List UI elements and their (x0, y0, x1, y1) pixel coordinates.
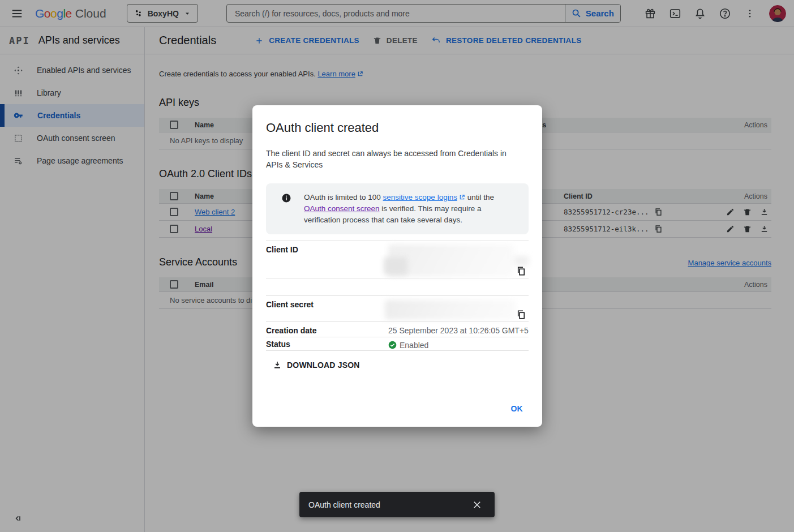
toast-close-button[interactable] (472, 498, 486, 512)
sensitive-scope-logins-link[interactable]: sensitive scope logins (383, 193, 457, 201)
download-json-button[interactable]: DOWNLOAD JSON (268, 356, 364, 374)
dialog-title: OAuth client created (266, 120, 529, 136)
external-link-icon (459, 194, 465, 200)
notice-mid: until the (465, 193, 494, 201)
info-icon (281, 193, 291, 203)
oauth-client-created-dialog: OAuth client created The client ID and s… (252, 105, 542, 427)
download-icon (273, 361, 282, 370)
oauth-limit-notice: OAuth is limited to 100 sensitive scope … (266, 183, 529, 234)
copy-icon (516, 266, 527, 276)
client-secret-row: Client secret (266, 296, 529, 322)
copy-icon (516, 310, 527, 320)
notice-pre: OAuth is limited to 100 (304, 193, 383, 201)
status-value: Enabled (388, 337, 529, 350)
redacted-client-secret (385, 300, 516, 320)
status-label: Status (266, 337, 388, 350)
creation-date-value: 25 September 2023 at 10:26:05 GMT+5 (388, 322, 529, 337)
client-id-label: Client ID (266, 241, 388, 278)
client-secret-label: Client secret (266, 296, 388, 321)
creation-date-label: Creation date (266, 322, 388, 337)
client-id-row: Client ID (266, 241, 529, 278)
status-text: Enabled (400, 341, 428, 350)
oauth-consent-screen-link[interactable]: OAuth consent screen (304, 204, 380, 213)
spacer-row (266, 278, 529, 296)
check-circle-icon (388, 341, 397, 349)
toast-snackbar: OAuth client created (299, 492, 495, 517)
copy-client-secret-button[interactable] (516, 309, 527, 320)
copy-client-id-button[interactable] (516, 265, 527, 277)
creation-date-row: Creation date 25 September 2023 at 10:26… (266, 322, 529, 337)
google-cloud-console: Google Cloud BoxyHQ Search (0, 0, 794, 532)
dialog-fields: Client ID Client secret Creation date 25… (266, 241, 529, 351)
redacted-client-id (384, 257, 407, 275)
status-row: Status Enabled (266, 337, 529, 351)
redacted-client-id (514, 256, 529, 266)
download-json-label: DOWNLOAD JSON (287, 361, 360, 370)
ok-button[interactable]: OK (505, 401, 529, 417)
notice-text: OAuth is limited to 100 sensitive scope … (304, 192, 514, 226)
close-icon (472, 500, 486, 510)
toast-message: OAuth client created (308, 500, 380, 509)
dialog-body-text: The client ID and secret can always be a… (266, 148, 518, 170)
